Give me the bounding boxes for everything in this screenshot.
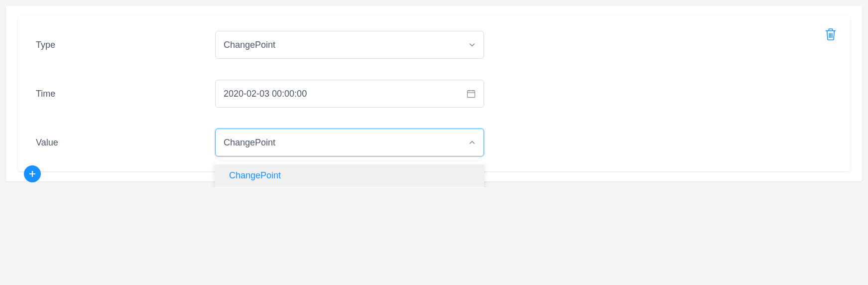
- type-select[interactable]: ChangePoint: [215, 31, 484, 59]
- chevron-down-icon: [469, 41, 476, 48]
- value-dropdown: ChangePoint NotChangePoint AutoDetect: [215, 161, 484, 187]
- value-row: Value ChangePoint ChangePoint NotChangeP…: [36, 129, 832, 156]
- type-select-value: ChangePoint: [224, 40, 275, 50]
- dropdown-option-notchangepoint[interactable]: NotChangePoint: [215, 187, 484, 187]
- time-input-value: 2020-02-03 00:00:00: [224, 89, 307, 99]
- time-control: 2020-02-03 00:00:00: [215, 80, 484, 108]
- value-label: Value: [36, 138, 215, 148]
- type-label: Type: [36, 40, 215, 50]
- value-control: ChangePoint ChangePoint NotChangePoint A…: [215, 129, 484, 156]
- time-label: Time: [36, 89, 215, 99]
- delete-button[interactable]: [825, 28, 836, 41]
- plus-icon: [28, 169, 37, 178]
- chevron-up-icon: [469, 139, 476, 146]
- value-select[interactable]: ChangePoint: [215, 129, 484, 156]
- time-input[interactable]: 2020-02-03 00:00:00: [215, 80, 484, 108]
- svg-rect-0: [468, 91, 475, 98]
- form-card: Type ChangePoint Time 2020-02-03 00:00:0…: [18, 16, 850, 171]
- type-control: ChangePoint: [215, 31, 484, 59]
- calendar-icon: [467, 89, 476, 98]
- form-container: Type ChangePoint Time 2020-02-03 00:00:0…: [6, 6, 862, 181]
- time-row: Time 2020-02-03 00:00:00: [36, 80, 832, 108]
- value-select-value: ChangePoint: [224, 138, 275, 148]
- trash-icon: [825, 28, 836, 41]
- type-row: Type ChangePoint: [36, 31, 832, 59]
- add-button[interactable]: [24, 165, 41, 182]
- dropdown-option-changepoint[interactable]: ChangePoint: [215, 164, 484, 187]
